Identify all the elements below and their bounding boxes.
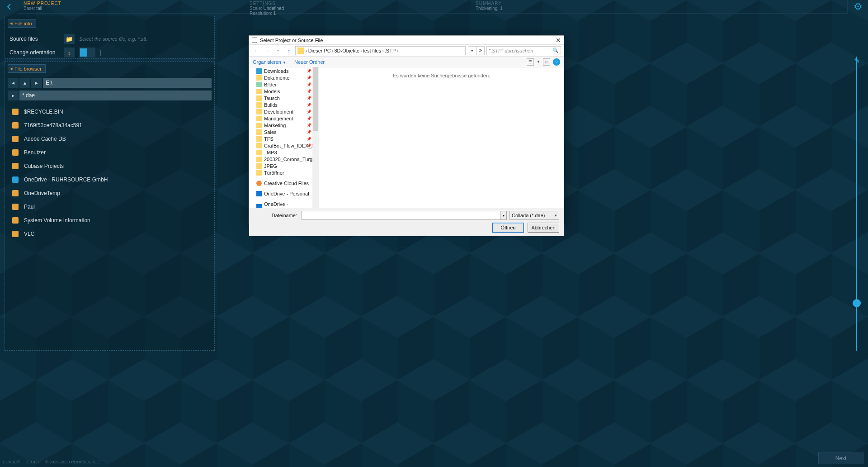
tree-item[interactable]: Development📌: [249, 108, 319, 115]
breadcrumb-segment[interactable]: Dieser PC: [308, 48, 331, 53]
empty-message: Es wurden keine Suchergebnisse gefunden.: [319, 73, 564, 78]
tree-item[interactable]: Sales📌: [249, 129, 319, 135]
chevron-right-icon: ›: [360, 48, 362, 53]
nav-recent-button[interactable]: ▾: [274, 46, 283, 55]
file-browser-tab[interactable]: ◂ File browser: [8, 64, 46, 73]
filter-input[interactable]: [19, 91, 212, 100]
rail-handle[interactable]: [853, 299, 861, 307]
nav-up-button[interactable]: ↑: [284, 46, 293, 55]
tree-item[interactable]: JPEG: [249, 162, 319, 169]
list-item[interactable]: 7169f53ce478a34ac591: [5, 119, 214, 132]
tree-item[interactable]: OneDrive - RUHRSOURCE GmbH: [249, 200, 319, 208]
res-label: Resolution:: [250, 11, 272, 16]
help-button[interactable]: ?: [553, 58, 560, 66]
filename-dropdown[interactable]: ▾: [500, 211, 507, 220]
pin-icon: 📌: [307, 76, 311, 80]
file-info-tab[interactable]: ◂ File info: [8, 19, 36, 28]
view-mode-button[interactable]: ☰: [527, 58, 534, 66]
step-settings[interactable]: SETTINGS Scale: Undefined Resolution: 1: [244, 0, 470, 14]
new-folder-button[interactable]: Neuer Ordner: [294, 59, 325, 65]
open-button[interactable]: Öffnen: [492, 223, 524, 233]
tree-item[interactable]: Models📌: [249, 88, 319, 95]
list-item[interactable]: OneDriveTemp: [5, 186, 214, 200]
tree-item[interactable]: CrafBot_Flow_IDEX_XL_AME📌: [249, 142, 319, 149]
nav-back-button[interactable]: ←: [252, 46, 261, 55]
tree-item-label: Management: [264, 116, 293, 121]
tree-item-label: TFS: [264, 136, 274, 142]
gear-icon: ⚙: [854, 1, 863, 13]
tree-item[interactable]: Creative Cloud Files: [249, 180, 319, 186]
tree-item[interactable]: 200320_Corona_Turgriffe: [249, 156, 319, 162]
path-input[interactable]: [43, 78, 212, 88]
nav-forward-button[interactable]: →: [263, 46, 272, 55]
tree-item[interactable]: Tausch📌: [249, 95, 319, 101]
tree-item[interactable]: Builds📌: [249, 101, 319, 108]
tree-item-label: Türöffner: [264, 170, 284, 176]
chevron-up-icon: ▴: [24, 80, 26, 86]
list-item[interactable]: System Volume Information: [5, 214, 214, 227]
list-item[interactable]: Benutzer: [5, 146, 214, 159]
folder-icon: [12, 149, 19, 156]
tree-item[interactable]: Management📌: [249, 115, 319, 122]
tree-item[interactable]: Marketing📌: [249, 122, 319, 129]
folder-icon: [256, 157, 262, 162]
pin-icon: 📌: [307, 143, 311, 148]
tree-item[interactable]: Dokumente📌: [249, 74, 319, 81]
tree-item[interactable]: OneDrive - Personal: [249, 190, 319, 197]
item-label: 7169f53ce478a34ac591: [24, 122, 82, 129]
view-dropdown-icon[interactable]: ▼: [537, 60, 540, 64]
list-item[interactable]: Adobe Cache DB: [5, 132, 214, 146]
nav-up-button[interactable]: ▴: [19, 78, 30, 88]
orientation-button[interactable]: ↕: [64, 48, 75, 57]
list-item[interactable]: OneDrive - RUHRSOURCE GmbH: [5, 173, 214, 186]
nav-forward-button[interactable]: ▸: [31, 78, 42, 88]
tree-item[interactable]: Bilder📌: [249, 81, 319, 88]
tree-item-label: Sales: [264, 129, 277, 135]
organize-menu[interactable]: Organisieren ▼: [253, 59, 286, 65]
browse-source-button[interactable]: 📁: [64, 34, 75, 44]
orientation-toggle[interactable]: [79, 48, 95, 57]
item-label: VLC: [24, 231, 34, 237]
step-summary[interactable]: SUMMARY Thickening: 1: [470, 0, 848, 14]
pin-icon: 📌: [307, 103, 311, 107]
filetype-combo[interactable]: Collada (*.dae): [509, 211, 559, 220]
pin-icon: 📌: [307, 110, 311, 114]
breadcrumb-dropdown[interactable]: ▾: [468, 46, 476, 55]
list-item[interactable]: Paul: [5, 200, 214, 214]
chevron-right-icon: ›: [382, 48, 384, 53]
tree-item[interactable]: Türöffner: [249, 169, 319, 176]
tree-item-label: Tausch: [264, 95, 280, 101]
list-item[interactable]: $RECYCLE.BIN: [5, 105, 214, 119]
tree-item[interactable]: Downloads📌: [249, 67, 319, 74]
separator-icon: |: [100, 49, 101, 56]
folder-icon: [256, 109, 262, 114]
nav-back-button[interactable]: ◂: [8, 78, 19, 88]
breadcrumb[interactable]: › Dieser PC›3D-Objekte›test files›.STP›: [295, 46, 466, 55]
dialog-titlebar[interactable]: Select Project or Source File ✕: [249, 36, 564, 45]
close-button[interactable]: ✕: [556, 37, 561, 44]
step-title: NEW PROJECT: [24, 1, 240, 6]
next-button[interactable]: Next: [818, 453, 863, 464]
tree-item[interactable]: TFS📌: [249, 135, 319, 142]
dialog-toolbar: Organisieren ▼ Neuer Ordner ☰ ▼ ▭ ?: [249, 57, 564, 67]
step-new-project[interactable]: NEW PROJECT Base: tall: [18, 0, 244, 14]
step-back-button[interactable]: [0, 0, 18, 14]
filter-go-button[interactable]: ▸: [8, 91, 19, 100]
filename-input[interactable]: [302, 211, 500, 220]
list-item[interactable]: Cubase Projects: [5, 159, 214, 173]
breadcrumb-segment[interactable]: 3D-Objekte: [334, 48, 359, 53]
preview-pane-button[interactable]: ▭: [543, 58, 550, 66]
scrollbar-thumb[interactable]: [313, 67, 318, 131]
search-input[interactable]: ".STP" durchsuchen 🔍: [486, 46, 561, 55]
tree-item[interactable]: _MP3: [249, 149, 319, 156]
breadcrumb-segment[interactable]: .STP: [385, 48, 396, 53]
folder-icon: [256, 170, 262, 176]
cancel-button[interactable]: Abbrechen: [528, 223, 559, 233]
item-label: OneDrive - RUHRSOURCE GmbH: [24, 176, 108, 183]
breadcrumb-segment[interactable]: test files: [363, 48, 381, 53]
tree-scrollbar[interactable]: [312, 67, 319, 208]
refresh-button[interactable]: ⟳: [476, 46, 485, 55]
file-browser-list: $RECYCLE.BIN7169f53ce478a34ac591Adobe Ca…: [5, 103, 214, 243]
dialog-file-area[interactable]: Es wurden keine Suchergebnisse gefunden.: [319, 67, 564, 208]
list-item[interactable]: VLC: [5, 227, 214, 241]
